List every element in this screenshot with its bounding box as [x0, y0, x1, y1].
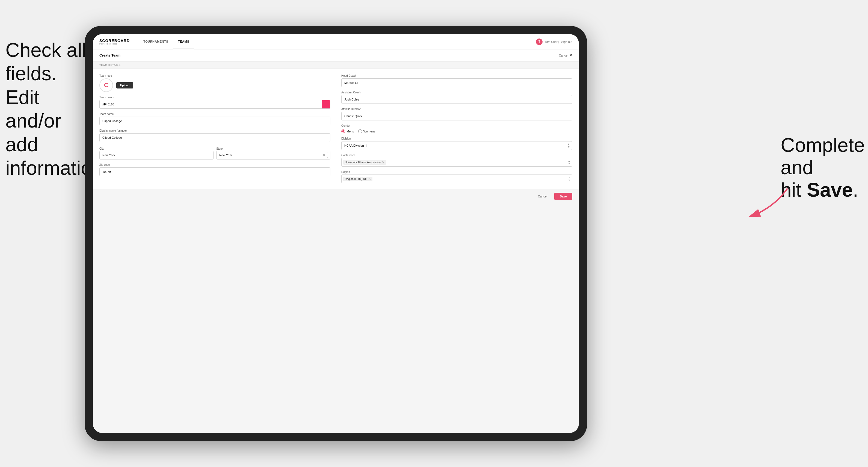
cancel-top-label: Cancel	[559, 54, 568, 57]
assistant-coach-label: Assistant Coach	[341, 91, 572, 94]
gender-mens-label: Mens	[346, 130, 354, 133]
conference-label: Conference	[341, 154, 572, 157]
gender-womens-radio[interactable]	[358, 129, 362, 133]
division-label: Division	[341, 137, 572, 140]
create-team-header: Create Team Cancel ✕	[93, 50, 579, 61]
region-tag-pill: Region II - (M) DIII ✕	[343, 177, 372, 181]
city-label: City	[99, 147, 104, 150]
division-select-wrap: NCAA Division III ▲▼	[341, 141, 572, 150]
gender-group: Gender Mens Womens	[341, 124, 572, 133]
assistant-coach-input[interactable]	[341, 95, 572, 104]
team-colour-group: Team colour	[99, 96, 330, 109]
state-field-group: State New York ✕ ⌃⌄	[216, 146, 330, 159]
gender-womens-option[interactable]: Womens	[358, 129, 375, 133]
city-input[interactable]	[99, 151, 214, 159]
page-content: Create Team Cancel ✕ TEAM DETAILS Team l…	[93, 50, 579, 433]
city-state-row: City State New York ✕ ⌃⌄	[99, 146, 330, 159]
user-avatar: T	[536, 38, 542, 45]
gender-mens-radio[interactable]	[341, 129, 345, 133]
annotation-right-line2-bold: Save	[807, 179, 853, 201]
logo-text: SCOREBOARD	[99, 38, 130, 43]
annotation-right-line1: Complete and	[781, 134, 865, 178]
logo-upload-area: C Upload	[99, 79, 330, 92]
head-coach-input[interactable]	[341, 79, 572, 87]
logo-circle: C	[99, 79, 113, 92]
city-state-group: City State New York ✕ ⌃⌄	[99, 146, 330, 159]
team-name-label: Team name	[99, 113, 330, 116]
state-clear-icon[interactable]: ✕	[323, 153, 326, 157]
create-team-title: Create Team	[99, 53, 120, 57]
zip-code-group: Zip code	[99, 163, 330, 176]
logo-letter: C	[104, 82, 108, 89]
annotation-right-suffix: .	[853, 179, 858, 201]
nav-tabs: TOURNAMENTS TEAMS	[138, 34, 194, 49]
display-name-label: Display name (unique)	[99, 129, 330, 132]
user-name: Test User |	[545, 40, 559, 43]
division-select[interactable]: NCAA Division III	[341, 141, 572, 150]
conference-group: Conference University Athletic Associati…	[341, 154, 572, 166]
zip-input[interactable]	[99, 167, 330, 176]
region-tag-remove-icon[interactable]: ✕	[368, 177, 371, 181]
region-arrow-icon: ▲ ▼	[568, 177, 570, 182]
region-group: Region Region II - (M) DIII ✕ ▲ ▼	[341, 170, 572, 183]
gender-womens-label: Womens	[364, 130, 375, 133]
region-tag-text: Region II - (M) DIII	[345, 178, 367, 181]
color-swatch[interactable]	[322, 100, 330, 109]
tablet-screen: SCOREBOARD Powered by clippd TOURNAMENTS…	[93, 34, 579, 433]
logo-sub: Powered by clippd	[99, 43, 130, 45]
sign-out-link[interactable]: Sign out	[561, 40, 572, 43]
athletic-director-group: Athletic Director	[341, 107, 572, 120]
team-name-input[interactable]	[99, 117, 330, 125]
region-tag-input[interactable]: Region II - (M) DIII ✕ ▲ ▼	[341, 175, 572, 183]
left-column: Team logo C Upload Team colour	[99, 74, 330, 183]
annotation-left: Check all fields. Edit and/or add inform…	[5, 38, 87, 180]
cancel-top-button[interactable]: Cancel ✕	[559, 53, 572, 57]
save-button[interactable]: Save	[554, 193, 572, 200]
conference-tag-text: University Athletic Association	[345, 161, 381, 164]
display-name-group: Display name (unique)	[99, 129, 330, 142]
nav-tab-tournaments[interactable]: TOURNAMENTS	[138, 34, 173, 49]
conference-arrow-icon: ▲ ▼	[568, 160, 570, 165]
nav-tab-teams[interactable]: TEAMS	[173, 34, 194, 49]
logo-area: SCOREBOARD Powered by clippd	[99, 38, 130, 45]
cancel-footer-button[interactable]: Cancel	[533, 193, 552, 200]
gender-mens-option[interactable]: Mens	[341, 129, 354, 133]
gender-label: Gender	[341, 124, 572, 127]
athletic-director-input[interactable]	[341, 112, 572, 120]
conference-tag-remove-icon[interactable]: ✕	[382, 161, 384, 164]
team-name-group: Team name	[99, 113, 330, 125]
state-select-wrap: New York ✕ ⌃⌄	[216, 151, 330, 159]
zip-label: Zip code	[99, 163, 330, 166]
gender-row: Mens Womens	[341, 129, 572, 133]
form-body: Team logo C Upload Team colour	[93, 69, 579, 189]
annotation-line2: Edit and/or add	[5, 86, 61, 155]
arrow-right-icon	[730, 186, 790, 218]
state-label: State	[216, 147, 222, 150]
assistant-coach-group: Assistant Coach	[341, 91, 572, 104]
division-group: Division NCAA Division III ▲▼	[341, 137, 572, 150]
form-footer: Cancel Save	[93, 189, 579, 204]
state-select[interactable]: New York	[216, 151, 330, 159]
conference-tag-pill: University Athletic Association ✕	[343, 160, 386, 165]
annotation-right: Complete and hit Save.	[781, 134, 863, 201]
athletic-director-label: Athletic Director	[341, 107, 572, 111]
section-label: TEAM DETAILS	[99, 64, 121, 66]
display-name-input[interactable]	[99, 133, 330, 142]
city-field-group: City	[99, 146, 214, 159]
tablet-frame: SCOREBOARD Powered by clippd TOURNAMENTS…	[85, 26, 587, 441]
annotation-line1: Check all fields.	[5, 39, 86, 84]
head-coach-group: Head Coach	[341, 74, 572, 87]
topbar-right: T Test User | Sign out	[536, 38, 572, 45]
team-logo-label: Team logo	[99, 74, 330, 77]
region-label: Region	[341, 170, 572, 174]
right-column: Head Coach Assistant Coach Athletic Dire…	[341, 74, 572, 183]
color-text-input[interactable]	[99, 100, 322, 109]
section-header: TEAM DETAILS	[93, 61, 579, 69]
upload-button[interactable]: Upload	[116, 82, 133, 89]
close-icon: ✕	[569, 53, 572, 57]
conference-tag-input[interactable]: University Athletic Association ✕ ▲ ▼	[341, 158, 572, 166]
team-colour-label: Team colour	[99, 96, 330, 99]
topbar: SCOREBOARD Powered by clippd TOURNAMENTS…	[93, 34, 579, 50]
color-input-wrap	[99, 100, 330, 109]
head-coach-label: Head Coach	[341, 74, 572, 77]
